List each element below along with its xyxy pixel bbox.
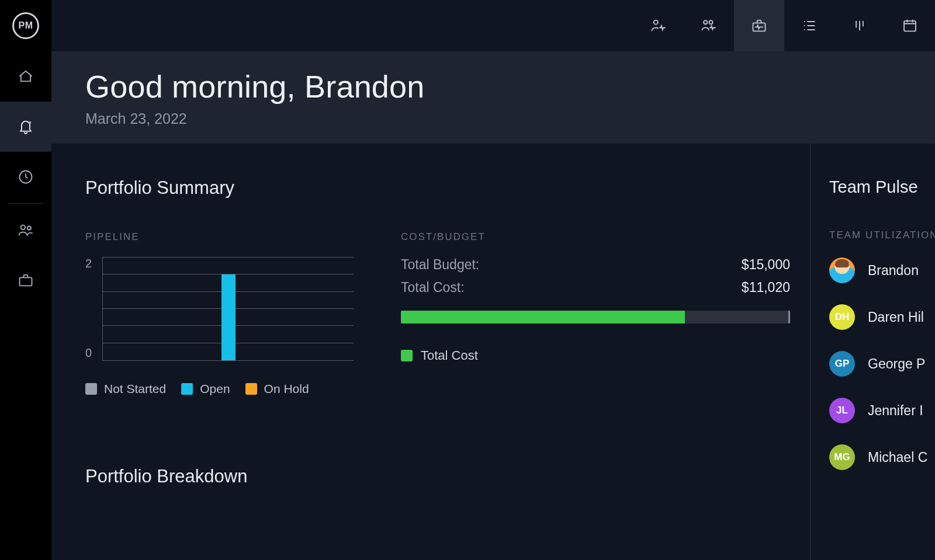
topbar-tally[interactable]	[834, 0, 885, 51]
avatar: DH	[829, 304, 855, 330]
teampulse-subtitle: TEAM UTILIZATION	[829, 229, 935, 241]
avatar	[829, 258, 855, 283]
svg-point-11	[804, 29, 805, 30]
nav-home[interactable]	[0, 51, 51, 102]
svg-point-5	[654, 20, 658, 25]
total-cost-label: Total Cost:	[401, 280, 465, 295]
total-budget-value: $15,000	[742, 257, 790, 273]
logo-wrap: PM	[0, 0, 51, 51]
svg-rect-4	[20, 277, 32, 286]
team-list: BrandonDHDaren HilGPGeorge PJLJennifer I…	[829, 258, 935, 470]
teampulse-title: Team Pulse	[829, 178, 935, 197]
pipeline-chart-area	[102, 257, 354, 361]
cost-progress	[401, 311, 790, 324]
nav-recent[interactable]	[0, 152, 51, 202]
team-member[interactable]: DHDaren Hil	[829, 304, 935, 330]
y-tick: 0	[85, 346, 92, 360]
cost-progress-fill	[401, 311, 685, 324]
cost-legend-label: Total Cost	[421, 348, 478, 363]
nav-divider	[8, 203, 43, 204]
legend-swatch	[245, 383, 257, 395]
team-member[interactable]: Brandon	[829, 258, 935, 283]
portfolio-section: Portfolio Summary PIPELINE 20 Not Starte…	[51, 144, 810, 560]
calendar-icon	[902, 18, 918, 34]
person-pulse-icon	[650, 18, 667, 34]
total-cost-row: Total Cost: $11,020	[401, 280, 790, 295]
team-member[interactable]: GPGeorge P	[829, 351, 935, 377]
svg-point-2	[21, 225, 25, 229]
member-name: Daren Hil	[868, 309, 924, 325]
nav-notifications[interactable]	[0, 102, 51, 152]
team-pulse-icon	[701, 18, 717, 34]
avatar: GP	[829, 351, 855, 377]
pipeline-chart: 20	[85, 257, 366, 361]
greeting-date: March 23, 2022	[85, 110, 935, 127]
topbar	[51, 0, 935, 51]
member-name: Brandon	[868, 263, 919, 279]
member-name: Michael C	[868, 450, 927, 465]
pipeline-y-axis: 20	[85, 257, 92, 361]
sidebar: PM	[0, 0, 51, 560]
team-member[interactable]: JLJennifer I	[829, 398, 935, 423]
greeting-banner: Good morning, Brandon March 23, 2022	[51, 51, 935, 144]
avatar: JL	[829, 398, 855, 423]
portfolio-breakdown-title: Portfolio Breakdown	[85, 466, 790, 487]
avatar: MG	[829, 444, 855, 470]
total-cost-value: $11,020	[742, 280, 790, 295]
home-icon	[18, 68, 34, 85]
briefcase-pulse-icon	[751, 18, 767, 34]
topbar-team-pulse[interactable]	[684, 0, 734, 51]
topbar-icons	[633, 0, 935, 51]
legend-item: Open	[181, 382, 230, 396]
cost-legend: Total Cost	[401, 348, 790, 363]
pipeline-bar	[221, 274, 236, 360]
svg-point-6	[704, 20, 707, 24]
nav-people[interactable]	[0, 205, 51, 255]
bell-icon	[18, 119, 34, 135]
legend-label: On Hold	[264, 382, 309, 396]
legend-label: Not Started	[104, 382, 166, 396]
topbar-person-pulse[interactable]	[633, 0, 684, 51]
pipeline-panel: PIPELINE 20 Not StartedOpenOn Hold	[85, 231, 366, 396]
clock-icon	[18, 169, 34, 185]
svg-point-9	[804, 21, 805, 22]
pipeline-legend: Not StartedOpenOn Hold	[85, 382, 366, 396]
legend-item: On Hold	[245, 382, 309, 396]
y-tick: 2	[85, 257, 92, 270]
pipeline-label: PIPELINE	[85, 231, 366, 243]
svg-point-0	[29, 121, 32, 124]
main: Good morning, Brandon March 23, 2022 Por…	[51, 0, 935, 560]
total-budget-label: Total Budget:	[401, 257, 479, 273]
portfolio-summary-title: Portfolio Summary	[85, 178, 790, 199]
costbudget-panel: COST/BUDGET Total Budget: $15,000 Total …	[401, 231, 790, 396]
greeting-text: Good morning, Brandon	[85, 68, 935, 105]
nav-section-top	[0, 51, 51, 202]
legend-item: Not Started	[85, 382, 166, 396]
tally-icon	[851, 18, 868, 34]
content-row: Portfolio Summary PIPELINE 20 Not Starte…	[51, 144, 935, 560]
svg-point-3	[27, 226, 31, 229]
total-budget-row: Total Budget: $15,000	[401, 257, 790, 273]
topbar-list[interactable]	[784, 0, 834, 51]
svg-point-10	[804, 25, 805, 26]
cost-legend-swatch	[401, 350, 413, 361]
member-name: Jennifer I	[868, 403, 923, 419]
teampulse-panel: Team Pulse TEAM UTILIZATION BrandonDHDar…	[810, 144, 935, 560]
nav-briefcase[interactable]	[0, 255, 51, 305]
member-name: George P	[868, 356, 925, 372]
team-member[interactable]: MGMichael C	[829, 444, 935, 470]
legend-label: Open	[200, 382, 230, 396]
costbudget-label: COST/BUDGET	[401, 231, 790, 243]
legend-swatch	[181, 383, 193, 395]
svg-point-7	[709, 20, 712, 24]
legend-swatch	[85, 383, 97, 395]
summary-grid: PIPELINE 20 Not StartedOpenOn Hold COST/…	[85, 231, 790, 396]
nav-section-bottom	[0, 205, 51, 305]
briefcase-icon	[18, 272, 34, 288]
svg-rect-12	[904, 21, 916, 32]
logo[interactable]: PM	[12, 12, 39, 39]
list-icon	[801, 18, 818, 34]
topbar-briefcase-pulse[interactable]	[734, 0, 784, 51]
topbar-calendar[interactable]	[885, 0, 935, 51]
people-icon	[18, 222, 34, 238]
